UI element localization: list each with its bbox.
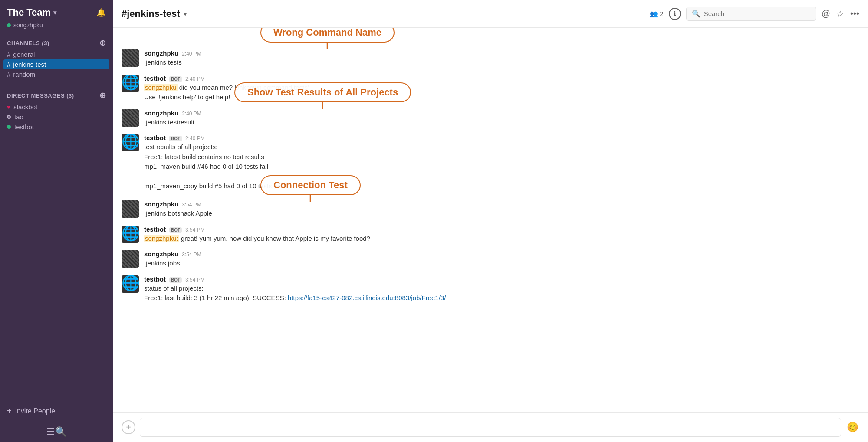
channel-title[interactable]: #jenkins-test ▾ (122, 8, 187, 20)
sidebar-header: The Team ▾ 🔔 (0, 0, 113, 22)
message-continuation: mp1_maven_copy build #5 had 0 of 10 test… (122, 179, 859, 194)
sidebar-item-testbot[interactable]: testbot (0, 122, 113, 132)
message-group: 🌐 testbot BOT 3:54 PM songzhpku: great! … (122, 226, 859, 244)
message-sender: testbot (144, 226, 166, 233)
message-content: songzhpku 2:40 PM !jenkins testresult (144, 109, 859, 128)
message-meta: testbot BOT 3:54 PM (144, 275, 859, 283)
message-text: mp1_maven build #46 had 0 of 10 tests fa… (144, 162, 859, 172)
message-group: 🌐 testbot BOT 3:54 PM status of all proj… (122, 275, 859, 303)
message-content: songzhpku 3:54 PM !jenkins botsnack Appl… (144, 200, 859, 219)
search-input[interactable] (704, 10, 811, 17)
message-time: 2:40 PM (182, 51, 201, 57)
message-content: songzhpku 2:40 PM !jenkins tests (144, 49, 859, 68)
message-meta: songzhpku 3:54 PM (144, 200, 859, 208)
info-button[interactable]: ℹ (669, 8, 681, 20)
menu-search-icon[interactable]: ☰🔍 (46, 426, 67, 438)
message-text: test results of all projects: (144, 142, 859, 152)
message-time: 2:40 PM (185, 76, 205, 82)
message-text: Free1: latest build contains no test res… (144, 152, 859, 162)
message-content: testbot BOT 3:54 PM status of all projec… (144, 275, 859, 303)
emoji-button[interactable]: 😊 (845, 420, 859, 434)
bot-badge: BOT (169, 136, 182, 141)
channel-name-general: general (13, 51, 35, 58)
heart-icon: ♥ (7, 104, 10, 110)
message-meta: songzhpku 2:40 PM (144, 109, 859, 117)
message-input[interactable] (140, 418, 841, 437)
channel-header: #jenkins-test ▾ 👥 2 ℹ 🔍 @ ☆ ••• (113, 0, 868, 28)
sidebar-item-slackbot[interactable]: ♥ slackbot (0, 102, 113, 112)
online-dot-icon (7, 125, 11, 129)
bot-badge: BOT (169, 76, 182, 82)
message-sender: testbot (144, 75, 166, 82)
sidebar-item-general[interactable]: # general (0, 49, 113, 59)
message-group: Connection Test songzhpku 3:54 PM !jenki… (122, 200, 859, 219)
at-icon[interactable]: @ (822, 9, 830, 19)
message-content: testbot BOT 2:40 PM songzhpku did you me… (144, 75, 859, 102)
bot-badge: BOT (169, 277, 182, 283)
globe-icon: 🌐 (122, 134, 139, 150)
dm-section-header: DIRECT MESSAGES (3) ⊕ (0, 86, 113, 102)
hash-icon: # (7, 61, 10, 68)
channel-name-random: random (13, 71, 35, 78)
message-time: 3:54 PM (185, 227, 205, 233)
message-text: !jenkins tests (144, 58, 859, 68)
invite-people-button[interactable]: + Invite People (0, 400, 113, 422)
avatar (122, 200, 139, 218)
avatar: 🌐 (122, 226, 139, 243)
offline-dot-icon (7, 115, 11, 119)
add-channel-button[interactable]: ⊕ (99, 38, 106, 48)
wrong-command-annotation: Wrong Command Name (260, 28, 395, 43)
globe-icon: 🌐 (122, 275, 139, 291)
message-text: Use '!jenkins help' to get help! (144, 92, 859, 102)
message-text: Free1: last build: 3 (1 hr 22 min ago): … (144, 293, 859, 303)
members-count-button[interactable]: 👥 2 (650, 10, 663, 18)
add-dm-button[interactable]: ⊕ (99, 91, 106, 100)
more-options-icon[interactable]: ••• (850, 9, 859, 18)
search-icon: 🔍 (692, 10, 700, 18)
message-text: songzhpku did you mean me? Unknown comma… (144, 83, 859, 93)
message-content: testbot BOT 3:54 PM songzhpku: great! yu… (144, 226, 859, 244)
team-name[interactable]: The Team ▾ (7, 7, 56, 18)
avatar (122, 49, 139, 67)
message-sender: testbot (144, 275, 166, 283)
header-actions: @ ☆ ••• (822, 9, 859, 19)
messages-area: Wrong Command Name songzhpku 2:40 PM !je… (113, 28, 868, 412)
bell-icon[interactable]: 🔔 (96, 8, 106, 17)
sidebar: The Team ▾ 🔔 songzhpku CHANNELS (3) ⊕ # … (0, 0, 113, 442)
channels-section-header: CHANNELS (3) ⊕ (0, 34, 113, 49)
dm-name-slackbot: slackbot (13, 103, 37, 111)
highlight-text: songzhpku: (144, 235, 179, 242)
channel-name-jenkins-test: jenkins-test (13, 61, 46, 68)
plus-icon: + (7, 406, 12, 416)
globe-icon: 🌐 (122, 226, 139, 241)
sidebar-item-random[interactable]: # random (0, 69, 113, 79)
star-icon[interactable]: ☆ (836, 9, 844, 19)
message-sender: testbot (144, 134, 166, 141)
message-group: 🌐 testbot BOT 2:40 PM songzhpku did you … (122, 75, 859, 102)
message-time: 2:40 PM (182, 111, 201, 117)
online-dot-icon (7, 23, 11, 27)
message-meta: songzhpku 3:54 PM (144, 250, 859, 258)
sidebar-item-jenkins-test[interactable]: # jenkins-test (3, 59, 109, 69)
message-content: songzhpku 3:54 PM !jenkins jobs (144, 250, 859, 268)
jenkins-link[interactable]: https://fa15-cs427-082.cs.illinois.edu:8… (288, 294, 446, 301)
members-count: 2 (660, 10, 663, 17)
message-meta: testbot BOT 2:40 PM (144, 134, 859, 141)
attach-button[interactable]: + (122, 420, 135, 434)
message-time: 3:54 PM (182, 252, 201, 258)
message-time: 2:40 PM (185, 135, 205, 141)
avatar (122, 109, 139, 127)
online-username: songzhpku (13, 22, 43, 29)
message-content: testbot BOT 2:40 PM test results of all … (144, 134, 859, 172)
globe-icon: 🌐 (122, 75, 139, 90)
message-meta: testbot BOT 3:54 PM (144, 226, 859, 233)
channel-name: #jenkins-test (122, 8, 180, 20)
sidebar-item-tao[interactable]: tao (0, 112, 113, 122)
message-sender: songzhpku (144, 109, 178, 117)
team-name-label: The Team (7, 7, 51, 18)
team-chevron-icon: ▾ (53, 9, 56, 16)
search-box[interactable]: 🔍 (686, 7, 816, 21)
avatar: 🌐 (122, 75, 139, 92)
hash-icon: # (7, 51, 10, 58)
sidebar-footer: ☰🔍 (0, 422, 113, 442)
